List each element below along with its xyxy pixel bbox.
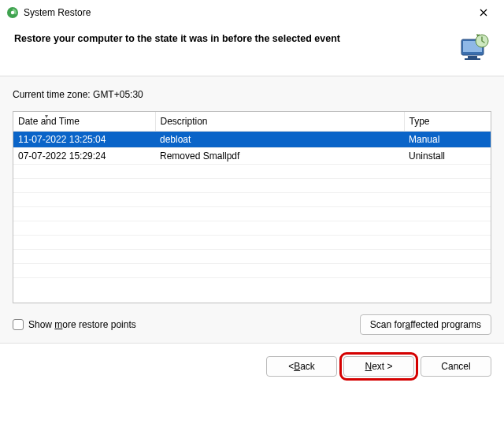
- cell-description: Removed Smallpdf: [155, 148, 404, 165]
- table-row: [13, 236, 491, 250]
- svg-point-1: [11, 11, 14, 14]
- cell-description: debloat: [155, 132, 404, 148]
- cell-datetime: 11-07-2022 13:25:04: [13, 132, 155, 148]
- cell-datetime: 07-07-2022 15:29:24: [13, 148, 155, 165]
- wizard-header: Restore your computer to the state it wa…: [0, 25, 504, 76]
- next-button[interactable]: Next >: [343, 356, 414, 377]
- wizard-footer: < Back Next > Cancel: [0, 344, 504, 377]
- table-header-row: Date and Time ▾ Description Type: [13, 112, 491, 132]
- table-row[interactable]: 11-07-2022 13:25:04 debloat Manual: [13, 132, 491, 148]
- svg-rect-5: [465, 58, 480, 60]
- col-description[interactable]: Description: [155, 112, 404, 132]
- sort-indicator-icon: ▾: [45, 113, 48, 120]
- titlebar: System Restore: [0, 0, 504, 25]
- page-heading: Restore your computer to the state it wa…: [14, 32, 447, 44]
- restore-monitor-icon: [457, 32, 491, 65]
- back-button[interactable]: < Back: [266, 356, 337, 377]
- table-row[interactable]: 07-07-2022 15:29:24 Removed Smallpdf Uni…: [13, 148, 491, 165]
- timezone-label: Current time zone: GMT+05:30: [13, 89, 491, 100]
- table-row: [13, 250, 491, 264]
- table-row: [13, 179, 491, 193]
- table-row: [13, 264, 491, 278]
- scan-affected-button[interactable]: Scan for affected programs: [360, 314, 491, 335]
- window-title: System Restore: [24, 7, 466, 18]
- below-table-row: Show more restore points Scan for affect…: [13, 314, 491, 335]
- col-datetime[interactable]: Date and Time ▾: [13, 112, 155, 132]
- cancel-button[interactable]: Cancel: [421, 356, 491, 377]
- svg-rect-4: [468, 56, 477, 58]
- table-row: [13, 193, 491, 207]
- show-more-checkbox[interactable]: Show more restore points: [13, 319, 136, 330]
- cell-type: Manual: [404, 132, 491, 148]
- close-button[interactable]: [466, 2, 501, 24]
- show-more-label: Show more restore points: [28, 319, 136, 330]
- cell-type: Uninstall: [404, 148, 491, 165]
- col-datetime-label: Date and Time: [18, 116, 80, 127]
- content-area: Current time zone: GMT+05:30 Date and Ti…: [0, 76, 504, 344]
- col-type[interactable]: Type: [404, 112, 491, 132]
- table-row: [13, 165, 491, 179]
- system-restore-icon: [6, 6, 19, 19]
- checkbox-box-icon: [13, 319, 24, 330]
- table-row: [13, 221, 491, 236]
- restore-points-table: Date and Time ▾ Description Type 11-07-2…: [13, 111, 491, 303]
- table-row: [13, 207, 491, 221]
